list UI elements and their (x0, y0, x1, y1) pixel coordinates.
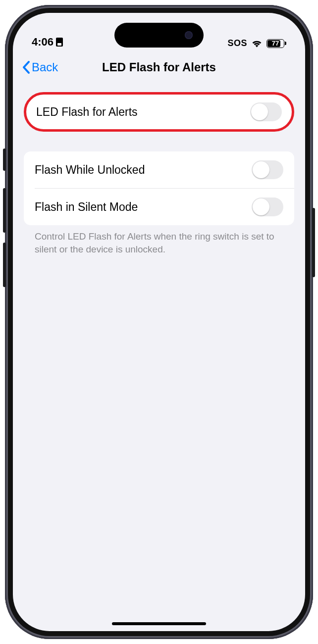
battery-indicator: 77 (266, 39, 286, 48)
row-label: LED Flash for Alerts (36, 105, 138, 119)
wifi-icon (251, 39, 263, 48)
content: LED Flash for Alerts Flash While Unlocke… (13, 82, 305, 631)
toggle-led-flash-for-alerts[interactable] (250, 102, 282, 121)
dynamic-island (114, 23, 204, 48)
row-led-flash-for-alerts[interactable]: LED Flash for Alerts (26, 95, 292, 129)
row-label: Flash in Silent Mode (35, 200, 138, 214)
back-label: Back (32, 60, 58, 74)
status-time: 4:06 (32, 36, 53, 49)
toggle-flash-while-unlocked[interactable] (252, 160, 283, 179)
chevron-left-icon (22, 60, 31, 74)
nav-header: Back LED Flash for Alerts (13, 52, 305, 82)
settings-group-main: LED Flash for Alerts (24, 92, 294, 132)
status-left: 4:06 (32, 36, 63, 49)
toggle-flash-in-silent-mode[interactable] (252, 198, 283, 216)
battery-percent: 77 (272, 40, 279, 47)
mute-switch (3, 149, 6, 171)
side-button (312, 208, 315, 277)
phone-frame: 4:06 SOS 77 (5, 5, 313, 639)
back-button[interactable]: Back (22, 60, 58, 74)
row-label: Flash While Unlocked (35, 163, 145, 177)
sos-indicator: SOS (227, 38, 247, 49)
sim-icon (56, 38, 63, 47)
row-flash-in-silent-mode[interactable]: Flash in Silent Mode (24, 189, 294, 225)
screen: 4:06 SOS 77 (13, 13, 305, 631)
group-footer-text: Control LED Flash for Alerts when the ri… (24, 225, 294, 260)
status-right: SOS 77 (227, 38, 286, 49)
volume-up-button (3, 188, 6, 233)
settings-group-options: Flash While Unlocked Flash in Silent Mod… (24, 151, 294, 225)
volume-down-button (3, 243, 6, 287)
home-indicator[interactable] (112, 622, 206, 625)
row-flash-while-unlocked[interactable]: Flash While Unlocked (24, 151, 294, 188)
page-title: LED Flash for Alerts (102, 60, 216, 74)
